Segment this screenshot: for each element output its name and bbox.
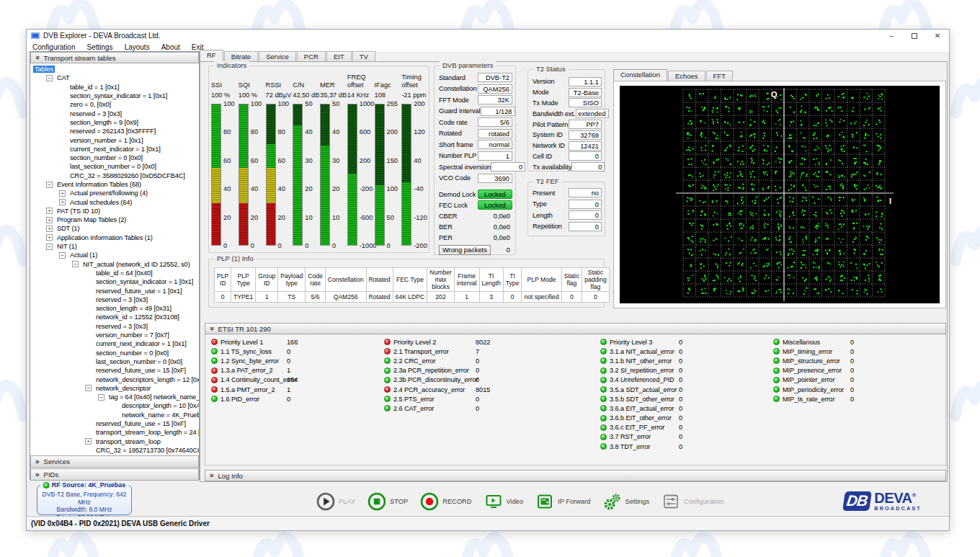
ip-forward-button[interactable]: IP Forward [535, 492, 590, 511]
tree-item[interactable]: current_next_indicator = 1 [0x1] [30, 339, 199, 348]
tree-item[interactable]: section_syntax_indicator = 1 [0x1] [30, 92, 199, 100]
configuration-button[interactable]: Configuration [662, 492, 723, 511]
tree-item[interactable]: −CAT [30, 73, 199, 82]
tree-item-label[interactable]: network_descriptor [94, 385, 152, 392]
tree-item[interactable]: reserved = 3 [0x3] [30, 109, 199, 117]
tree-item-label[interactable]: section_number = 0 [0x0] [68, 154, 144, 161]
tree-item-label[interactable]: PAT (TS ID 10) [55, 208, 102, 215]
collapse-node-icon[interactable]: − [46, 244, 53, 250]
tree-item[interactable]: network_name = 4K_Pruebas [30, 411, 199, 419]
tree-item[interactable]: +Actual schedules (64) [30, 197, 199, 206]
tree-item-label[interactable]: reserved_future_use = 1 [0x1] [94, 288, 183, 295]
collapse-node-icon[interactable]: − [46, 75, 53, 81]
tree-item[interactable]: CRC_32 = 3588029260 [0xD5DCFB4C] [30, 171, 199, 180]
expand-node-icon[interactable]: + [46, 208, 53, 214]
tree-item-label[interactable]: reserved = 3 [0x3] [94, 296, 149, 303]
tree-item[interactable]: section_number = 0 [0x0] [30, 153, 199, 162]
tree-item[interactable]: section_syntax_indicator = 1 [0x1] [30, 277, 199, 286]
tab-echoes[interactable]: Echoes [668, 71, 705, 81]
tree-item[interactable]: +transport_stream_loop [30, 437, 199, 445]
tree-item[interactable]: +Application Information Tables (1) [30, 233, 199, 242]
wrong-packets-button[interactable]: Wrong packets [439, 245, 491, 255]
tree-item-label[interactable]: section_number = 0 [0x0] [94, 349, 170, 357]
tab-rf[interactable]: RF [200, 50, 223, 61]
tree-item-label[interactable]: current_next_indicator = 1 [0x1] [94, 340, 188, 347]
menu-layouts[interactable]: Layouts [125, 43, 150, 51]
tree-item[interactable]: −network_descriptor [30, 384, 199, 393]
tree-item-label[interactable]: CRC_32 = 3588029260 [0xD5DCFB4C] [68, 172, 187, 179]
tree-item-label[interactable]: transport_stream_loop [94, 438, 162, 445]
tree-item-label[interactable]: reserved_future_use = 15 [0xF] [94, 420, 187, 427]
tree-item[interactable]: version_number = 1 [0x1] [30, 135, 199, 144]
tree-item-label[interactable]: network_descriptors_length = 12 [0xC] [94, 376, 199, 383]
tree-item[interactable]: transport_stream_loop_length = 24 [0x18] [30, 428, 199, 437]
tree-item[interactable]: reserved_future_use = 1 [0x1] [30, 286, 199, 295]
tree-item-label[interactable]: reserved = 3 [0x3] [94, 323, 149, 330]
tree-item-label[interactable]: Application Information Tables (1) [55, 234, 154, 241]
collapse-node-icon[interactable]: − [98, 394, 104, 401]
tree-item[interactable]: current_next_indicator = 1 [0x1] [30, 145, 199, 153]
pids-bar[interactable]: » PIDs [30, 468, 199, 481]
tab-fft[interactable]: FFT [706, 71, 733, 81]
tree-item-label[interactable]: transport_stream_loop_length = 24 [0x18] [94, 429, 199, 436]
tree-item-label[interactable]: last_section_number = 0 [0x0] [94, 358, 184, 365]
tree-item[interactable]: −NIT (1) [30, 242, 199, 251]
tree-item[interactable]: last_section_number = 0 [0x0] [30, 162, 199, 171]
tree-item[interactable]: CRC_32 = 1952713730 [0x74640C02] [30, 446, 199, 455]
log-info-bar[interactable]: » Log Info [205, 470, 946, 481]
tab-eit[interactable]: EIT [326, 51, 352, 61]
tree-item[interactable]: table_id = 1 [0x1] [30, 83, 199, 92]
tree-item[interactable]: Tables [30, 65, 199, 73]
tree-item-label[interactable]: network_id = 12552 [0x3108] [94, 313, 181, 321]
tree-item[interactable]: +PAT (TS ID 10) [30, 207, 199, 215]
record-button[interactable]: RECORD [420, 492, 471, 511]
tree-item-label[interactable]: section_length = 49 [0x31] [94, 305, 173, 312]
services-bar[interactable]: » Services [30, 455, 199, 468]
maximize-button[interactable] [903, 30, 926, 42]
tree-item-label[interactable]: Program Map Tables (2) [55, 216, 128, 223]
collapse-node-icon[interactable]: − [85, 385, 92, 391]
tree-item-label[interactable]: reserved = 262143 [0x3FFFF] [68, 128, 157, 135]
tree-item-label[interactable]: NIT (1) [55, 243, 79, 250]
tree-item[interactable]: +Actual present/following (4) [30, 189, 199, 197]
tree-item-label[interactable]: section_syntax_indicator = 1 [0x1] [94, 278, 195, 285]
tree-item-label[interactable]: table_id = 64 [0x40] [94, 269, 153, 277]
expand-node-icon[interactable]: + [59, 190, 66, 197]
tree-item[interactable]: −Actual (1) [30, 251, 199, 259]
tree-item-label[interactable]: descriptor_length = 10 [0xA] [120, 402, 199, 409]
minimize-button[interactable]: – [880, 30, 903, 42]
tree-item-label[interactable]: section_syntax_indicator = 1 [0x1] [68, 92, 169, 99]
tree-item-label[interactable]: version_number = 7 [0x7] [94, 331, 171, 339]
tree-item-label[interactable]: network_name = 4K_Pruebas [120, 411, 199, 419]
tree-item[interactable]: reserved = 262143 [0x3FFFF] [30, 127, 199, 135]
expand-node-icon[interactable]: + [46, 234, 53, 241]
tree-item[interactable]: zero = 0, [0x0] [30, 100, 199, 109]
tree-item-label[interactable]: table_id = 1 [0x1] [68, 84, 120, 91]
collapse-node-icon[interactable]: − [46, 182, 53, 188]
tree-item-label[interactable]: Tables [33, 66, 55, 73]
tree-item[interactable]: reserved_future_use = 15 [0xF] [30, 419, 199, 428]
tree-item[interactable]: +SDT (1) [30, 224, 199, 233]
etsi-header[interactable]: » ETSI TR 101 290 [205, 323, 946, 334]
tree-item[interactable]: −tag = 64 [0x40] network_name_descriptor [30, 393, 199, 401]
tab-pcr[interactable]: PCR [297, 51, 326, 61]
stop-button[interactable]: STOP [368, 492, 408, 511]
tab-bitrate[interactable]: Bitrate [224, 51, 258, 61]
settings-button[interactable]: Settings [602, 492, 649, 511]
close-button[interactable]: ✕ [926, 30, 949, 42]
expand-node-icon[interactable]: + [46, 226, 53, 232]
tree-item[interactable]: table_id = 64 [0x40] [30, 269, 199, 277]
tree-item-label[interactable]: CAT [55, 74, 71, 81]
tree-item[interactable]: version_number = 7 [0x7] [30, 331, 199, 339]
tree-item[interactable]: −NIT_actual (network_id ID 12552, s0) [30, 260, 199, 269]
tree-item[interactable]: reserved = 3 [0x3] [30, 322, 199, 331]
tree-item-label[interactable]: SDT (1) [55, 225, 81, 232]
tree-item-label[interactable]: last_section_number = 0 [0x0] [68, 163, 158, 170]
tree-item[interactable]: reserved = 3 [0x3] [30, 295, 199, 304]
expand-node-icon[interactable]: + [46, 217, 53, 223]
tree-item[interactable]: descriptor_length = 10 [0xA] [30, 401, 199, 410]
menu-configuration[interactable]: Configuration [32, 43, 75, 51]
tree-item[interactable]: section_length = 49 [0x31] [30, 304, 199, 313]
tree-item-label[interactable]: tag = 64 [0x40] network_name_descriptor [107, 393, 199, 401]
tree-item-label[interactable]: section_length = 9 [0x9] [68, 119, 140, 126]
